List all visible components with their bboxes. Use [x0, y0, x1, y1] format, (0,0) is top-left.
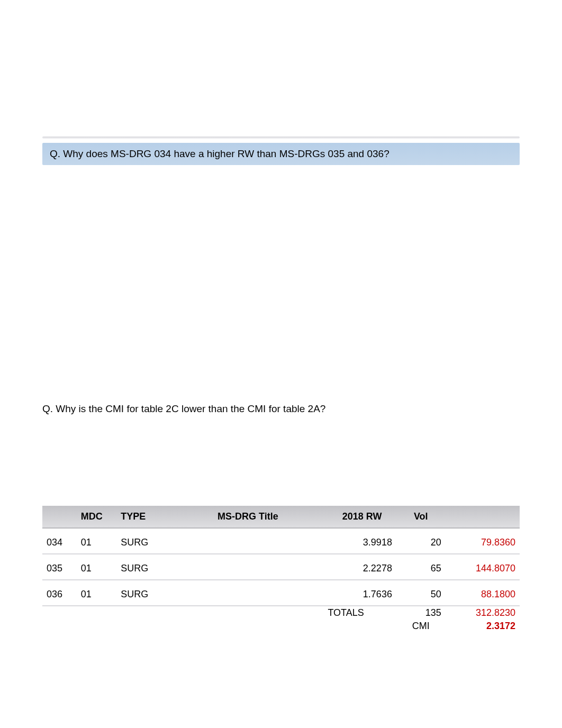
question-plain: Q. Why is the CMI for table 2C lower tha…: [42, 402, 520, 416]
totals-prod: 312.8230: [446, 606, 520, 620]
th-mdc: MDC: [77, 506, 117, 529]
cmi-value: 2.3172: [446, 620, 520, 633]
th-drg: [42, 506, 77, 529]
cell-drg: 034: [42, 529, 77, 554]
cell-rw: 2.2278: [328, 554, 396, 580]
totals-vol: 135: [396, 606, 446, 620]
th-title: MS-DRG Title: [168, 506, 328, 529]
cell-vol: 50: [396, 580, 446, 606]
cell-mdc: 01: [77, 529, 117, 554]
cell-mdc: 01: [77, 580, 117, 606]
cell-type: SURG: [116, 580, 168, 606]
cell-prod: 79.8360: [446, 529, 520, 554]
cell-mdc: 01: [77, 554, 117, 580]
cell-rw: 3.9918: [328, 529, 396, 554]
cell-rw: 1.7636: [328, 580, 396, 606]
top-divider: [42, 136, 520, 139]
cell-type: SURG: [116, 554, 168, 580]
cell-drg: 035: [42, 554, 77, 580]
drg-table: MDC TYPE MS-DRG Title 2018 RW Vol 034 01…: [42, 506, 520, 633]
cmi-row: CMI 2.3172: [42, 620, 520, 633]
cell-drg: 036: [42, 580, 77, 606]
cell-title: [168, 580, 328, 606]
table-row: 036 01 SURG 1.7636 50 88.1800: [42, 580, 520, 606]
th-rw: 2018 RW: [328, 506, 396, 529]
th-prod: [446, 506, 520, 529]
cell-type: SURG: [116, 529, 168, 554]
totals-label: TOTALS: [328, 606, 396, 620]
cell-vol: 65: [396, 554, 446, 580]
table-row: 034 01 SURG 3.9918 20 79.8360: [42, 529, 520, 554]
cell-title: [168, 529, 328, 554]
cell-prod: 88.1800: [446, 580, 520, 606]
table-row: 035 01 SURG 2.2278 65 144.8070: [42, 554, 520, 580]
table-header-row: MDC TYPE MS-DRG Title 2018 RW Vol: [42, 506, 520, 529]
cell-prod: 144.8070: [446, 554, 520, 580]
th-type: TYPE: [116, 506, 168, 529]
cell-vol: 20: [396, 529, 446, 554]
cell-title: [168, 554, 328, 580]
cmi-label: CMI: [396, 620, 446, 633]
totals-row: TOTALS 135 312.8230: [42, 606, 520, 620]
question-highlighted: Q. Why does MS-DRG 034 have a higher RW …: [42, 143, 520, 165]
th-vol: Vol: [396, 506, 446, 529]
